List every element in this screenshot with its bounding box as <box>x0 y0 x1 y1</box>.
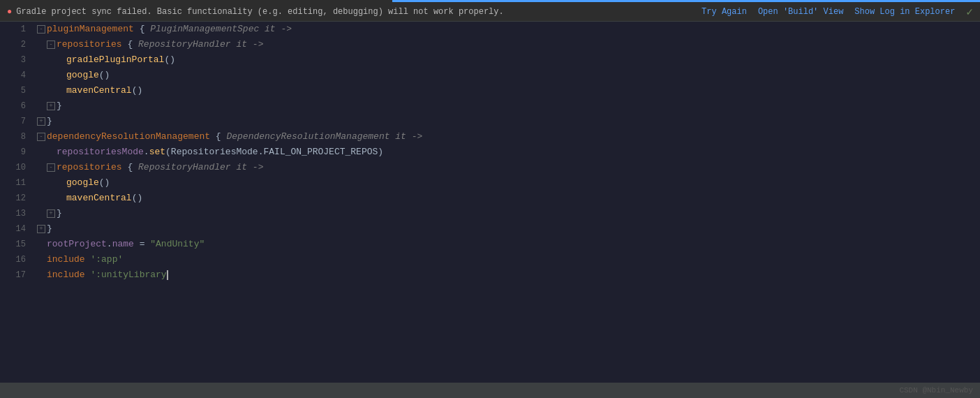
token-comment-hint: RepositoryHandler it -> <box>138 160 263 175</box>
line-number-15: 15 <box>0 237 26 252</box>
token-plain: } <box>47 221 52 237</box>
error-icon: ● <box>7 7 12 17</box>
token-str: "AndUnity" <box>150 237 205 252</box>
token-plain: (RepositoriesMode. <box>165 145 263 160</box>
code-line-1: -pluginManagement { PluginManagementSpec… <box>37 22 980 37</box>
status-bar: CSDN @Nbin_Newby <box>0 383 980 398</box>
token-fn: mavenCentral <box>66 191 132 206</box>
fold-icon-6[interactable]: + <box>47 102 55 110</box>
token-plain: = <box>134 237 150 252</box>
code-line-15: rootProject.name = "AndUnity" <box>37 237 980 252</box>
token-str: ':app' <box>90 252 123 267</box>
code-line-7: +} <box>37 114 980 129</box>
progress-bar <box>0 0 980 2</box>
show-log-link[interactable]: Show Log in Explorer <box>849 7 960 17</box>
try-again-link[interactable]: Try Again <box>696 7 752 17</box>
token-plain: () <box>132 83 143 98</box>
line-number-11: 11 <box>0 175 26 191</box>
code-line-11: google() <box>37 175 980 191</box>
token-comment-hint: PluginManagementSpec it -> <box>150 22 292 37</box>
code-line-13: +} <box>37 206 980 221</box>
token-plain: () <box>99 68 110 83</box>
line-number-7: 7 <box>0 114 26 129</box>
fold-icon-13[interactable]: + <box>47 209 55 218</box>
code-content[interactable]: -pluginManagement { PluginManagementSpec… <box>31 22 980 383</box>
token-comment-hint: DependencyResolutionManagement it -> <box>226 129 422 145</box>
fold-icon-10[interactable]: - <box>47 163 55 172</box>
token-plain: { <box>122 160 138 175</box>
fold-icon-8[interactable]: - <box>37 133 45 141</box>
token-str: ':unityLibrary <box>90 267 166 283</box>
token-plain: { <box>134 22 150 37</box>
watermark: CSDN @Nbin_Newby <box>899 386 973 395</box>
code-line-5: mavenCentral() <box>37 83 980 98</box>
code-line-17: include ':unityLibrary <box>37 267 980 283</box>
token-kw: repositories <box>57 160 122 175</box>
line-numbers-gutter: 1234567891011121314151617 <box>0 22 31 383</box>
token-plain: () <box>164 52 175 68</box>
editor-area: 1234567891011121314151617 -pluginManagem… <box>0 22 980 383</box>
line-number-4: 4 <box>0 68 26 83</box>
token-plain: } <box>57 206 62 221</box>
line-number-16: 16 <box>0 252 26 267</box>
line-number-10: 10 <box>0 160 26 175</box>
code-line-3: gradlePluginPortal() <box>37 52 980 68</box>
fold-icon-2[interactable]: - <box>47 40 55 49</box>
line-number-1: 1 <box>0 22 26 37</box>
line-number-9: 9 <box>0 145 26 160</box>
text-cursor <box>167 270 168 280</box>
token-fn: google <box>66 68 99 83</box>
notification-bar: ● Gradle project sync failed. Basic func… <box>0 2 980 22</box>
check-icon: ✓ <box>966 5 973 19</box>
code-line-16: include ':app' <box>37 252 980 267</box>
token-prop: rootProject <box>47 237 107 252</box>
line-number-17: 17 <box>0 267 26 283</box>
code-line-2: -repositories { RepositoryHandler it -> <box>37 37 980 52</box>
token-plain: { <box>210 129 226 145</box>
notification-actions: Try Again Open 'Build' View Show Log in … <box>696 7 960 17</box>
fold-icon-1[interactable]: - <box>37 25 45 34</box>
token-plain: . <box>144 145 149 160</box>
token-fn: set <box>149 145 165 160</box>
line-number-5: 5 <box>0 83 26 98</box>
open-build-view-link[interactable]: Open 'Build' View <box>752 7 849 17</box>
token-kw: dependencyResolutionManagement <box>47 129 210 145</box>
token-fn: gradlePluginPortal <box>66 52 164 68</box>
token-plain: } <box>47 114 52 129</box>
code-line-9: repositoriesMode.set(RepositoriesMode.FA… <box>37 145 980 160</box>
token-plain: } <box>57 98 62 114</box>
token-fn: google <box>66 175 99 191</box>
code-line-8: -dependencyResolutionManagement { Depend… <box>37 129 980 145</box>
code-line-10: -repositories { RepositoryHandler it -> <box>37 160 980 175</box>
line-number-2: 2 <box>0 37 26 52</box>
line-number-13: 13 <box>0 206 26 221</box>
code-line-14: +} <box>37 221 980 237</box>
token-plain: () <box>99 175 110 191</box>
token-kw: pluginManagement <box>47 22 134 37</box>
line-number-12: 12 <box>0 191 26 206</box>
token-kw: repositories <box>57 37 122 52</box>
line-number-14: 14 <box>0 221 26 237</box>
line-number-6: 6 <box>0 98 26 114</box>
notification-message: Gradle project sync failed. Basic functi… <box>16 7 696 17</box>
code-line-12: mavenCentral() <box>37 191 980 206</box>
token-kw: include <box>47 267 85 283</box>
fold-icon-14[interactable]: + <box>37 225 45 233</box>
fold-icon-7[interactable]: + <box>37 117 45 126</box>
token-plain: . <box>107 237 112 252</box>
code-line-6: +} <box>37 98 980 114</box>
line-number-8: 8 <box>0 129 26 145</box>
token-comment-hint: RepositoryHandler it -> <box>138 37 263 52</box>
token-plain <box>85 252 91 267</box>
token-plain: FAIL_ON_PROJECT_REPOS <box>263 145 378 160</box>
code-line-4: google() <box>37 68 980 83</box>
token-plain <box>85 267 91 283</box>
token-plain: () <box>132 191 143 206</box>
token-prop: name <box>112 237 134 252</box>
token-plain: ) <box>378 145 383 160</box>
token-kw: include <box>47 252 85 267</box>
token-prop: repositoriesMode <box>57 145 144 160</box>
token-fn: mavenCentral <box>66 83 132 98</box>
line-number-3: 3 <box>0 52 26 68</box>
token-plain: { <box>122 37 138 52</box>
